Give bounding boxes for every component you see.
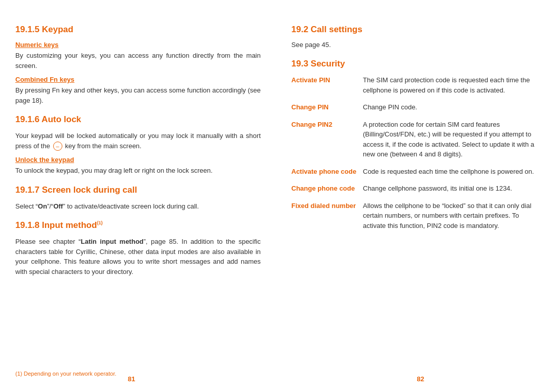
heading-19-1-5: 19.1.5 Keypad: [15, 25, 261, 35]
key-symbol: –: [53, 142, 62, 151]
heading-19-1-8: 19.1.8 Input method(1): [15, 220, 261, 230]
section-19-2: 19.2 Call settings See page 45.: [291, 25, 537, 49]
heading-19-2: 19.2 Call settings: [291, 25, 537, 35]
text-input-method: Please see chapter “Latin input method”,…: [15, 237, 261, 276]
footnote-ref-superscript: (1): [97, 220, 103, 225]
security-row-change-phone-code: Change phone code Change cellphone passw…: [291, 183, 537, 194]
def-activate-pin: The SIM card protection code is requeste…: [363, 75, 537, 95]
text-auto-lock: Your keypad will be locked automatically…: [15, 131, 261, 151]
left-column: 19.1.5 Keypad Numeric keys By customizin…: [15, 15, 276, 366]
term-fixed-dialed-number: Fixed dialed number: [291, 201, 363, 211]
def-change-pin2: A protection code for certain SIM card f…: [363, 120, 537, 159]
section-19-1-5: 19.1.5 Keypad Numeric keys By customizin…: [15, 25, 261, 105]
text-combined-fn-keys: By pressing Fn key and other keys, you c…: [15, 85, 261, 105]
text-unlock-keypad: To unlock the keypad, you may drag left …: [15, 166, 261, 176]
term-activate-pin: Activate PIN: [291, 75, 363, 85]
security-row-change-pin2: Change PIN2 A protection code for certai…: [291, 120, 537, 159]
heading-19-1-7: 19.1.7 Screen lock during call: [15, 185, 261, 195]
security-row-fixed-dialed-number: Fixed dialed number Allows the cellphone…: [291, 201, 537, 231]
def-fixed-dialed-number: Allows the cellphone to be “locked” so t…: [363, 201, 537, 231]
heading-19-1-6: 19.1.6 Auto lock: [15, 114, 261, 125]
label-unlock-keypad: Unlock the keypad: [15, 156, 261, 164]
text-auto-lock-after: key from the main screen.: [63, 142, 142, 150]
security-row-activate-pin: Activate PIN The SIM card protection cod…: [291, 75, 537, 95]
text-see-page-45: See page 45.: [291, 41, 537, 49]
term-change-phone-code: Change phone code: [291, 183, 363, 194]
security-table: Activate PIN The SIM card protection cod…: [291, 75, 537, 230]
right-column: 19.2 Call settings See page 45. 19.3 Sec…: [276, 15, 537, 366]
text-numeric-keys: By customizing your keys, you can access…: [15, 51, 261, 71]
page-number-right: 82: [417, 375, 424, 383]
def-activate-phone-code: Code is requested each time the cellphon…: [363, 167, 537, 177]
term-change-pin: Change PIN: [291, 102, 363, 112]
label-combined-fn-keys: Combined Fn keys: [15, 76, 261, 83]
heading-19-3: 19.3 Security: [291, 59, 537, 69]
term-activate-phone-code: Activate phone code: [291, 167, 363, 177]
text-screen-lock: Select “On”/“Off” to activate/deactivate…: [15, 201, 261, 212]
def-change-pin: Change PIN code.: [363, 102, 537, 112]
heading-19-1-8-text: 19.1.8 Input method: [15, 220, 97, 230]
page-container: 19.1.5 Keypad Numeric keys By customizin…: [0, 0, 552, 392]
footnote: (1) Depending on your network operator.: [15, 371, 264, 377]
security-row-change-pin: Change PIN Change PIN code.: [291, 102, 537, 112]
label-numeric-keys: Numeric keys: [15, 41, 261, 49]
section-19-3: 19.3 Security Activate PIN The SIM card …: [291, 59, 537, 230]
def-change-phone-code: Change cellphone password, its initial o…: [363, 183, 537, 194]
security-row-activate-phone-code: Activate phone code Code is requested ea…: [291, 167, 537, 177]
page-number-left: 81: [128, 375, 135, 383]
term-change-pin2: Change PIN2: [291, 120, 363, 130]
section-19-1-7: 19.1.7 Screen lock during call Select “O…: [15, 185, 261, 212]
section-19-1-6: 19.1.6 Auto lock Your keypad will be loc…: [15, 114, 261, 176]
section-19-1-8: 19.1.8 Input method(1) Please see chapte…: [15, 220, 261, 276]
